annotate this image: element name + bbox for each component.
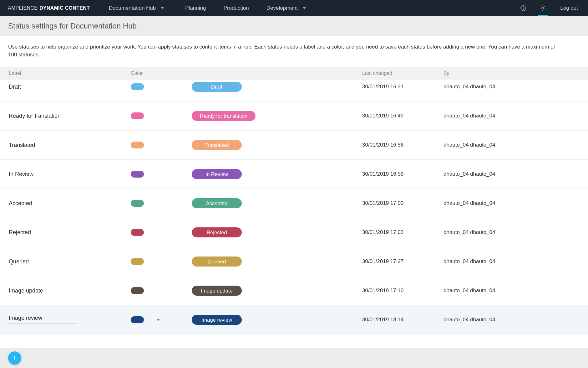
status-color-picker[interactable] [131,112,192,119]
status-label: Image update [9,288,131,294]
color-swatch [131,83,144,90]
brand-light: AMPLIENCE [8,5,38,11]
status-color-picker[interactable] [131,200,192,207]
status-chip: Rejected [192,227,242,237]
logout-link[interactable]: Log out [556,5,578,11]
nav-item-label: Development [266,5,298,11]
nav-item-label: Production [223,5,249,11]
top-nav: AMPLIENCEDYNAMIC CONTENT Documentation H… [0,0,588,16]
status-last-changed: 30/01/2019 16:56 [362,142,444,148]
caret-down-icon [303,7,306,9]
caret-down-icon [156,319,160,321]
status-table-body: DraftDraft30/01/2019 16:31dhauto_04 dhau… [0,80,588,343]
status-color-picker[interactable] [131,83,192,90]
settings-icon[interactable] [536,0,549,16]
color-swatch [131,287,144,294]
status-by: dhauto_04 dhauto_04 [444,258,588,265]
status-row[interactable]: TranslatedTranslated30/01/2019 16:56dhau… [0,131,588,160]
page-intro: Use statuses to help organize and priori… [0,36,569,67]
status-row[interactable]: AcceptedAccepted30/01/2019 17:00dhauto_0… [0,189,588,218]
nav-development[interactable]: Development [258,0,315,16]
status-by: dhauto_04 dhauto_04 [444,142,588,148]
status-color-picker[interactable] [131,171,192,178]
color-swatch [131,200,144,207]
status-label: Accepted [9,200,131,207]
hub-selector-label: Documentation Hub [109,5,156,11]
help-icon[interactable] [517,0,530,16]
color-swatch [131,142,144,148]
status-last-changed: 30/01/2019 17:27 [362,258,444,265]
nav-production[interactable]: Production [215,0,257,16]
status-label: Translated [9,142,131,148]
svg-point-1 [523,9,524,10]
status-last-changed: 30/01/2019 16:31 [362,84,444,90]
status-last-changed: 30/01/2019 16:59 [362,171,444,177]
status-by: dhauto_04 dhauto_04 [444,200,588,206]
status-color-picker[interactable] [131,316,192,323]
caret-down-icon [161,7,164,9]
brand[interactable]: AMPLIENCEDYNAMIC CONTENT [0,0,100,16]
color-swatch [131,112,144,119]
status-row[interactable]: RejectedRejected30/01/2019 17:03dhauto_0… [0,218,588,247]
status-chip: Image update [192,286,242,296]
color-swatch [131,316,144,323]
status-row[interactable]: QueriedQueried30/01/2019 17:27dhauto_04 … [0,247,588,276]
status-label: In Review [9,171,131,178]
nav-item-label: Planning [185,5,206,11]
status-row[interactable]: In ReviewIn Review30/01/2019 16:59dhauto… [0,160,588,189]
status-last-changed: 30/01/2019 17:00 [362,200,444,206]
col-last: Last changed [362,70,444,76]
color-swatch [131,171,144,178]
status-by: dhauto_04 dhauto_04 [444,171,588,177]
status-label: Draft [9,84,131,90]
status-color-picker[interactable] [131,258,192,265]
status-by: dhauto_04 dhauto_04 [444,84,588,90]
status-last-changed: 30/01/2019 17:10 [362,288,444,294]
status-row[interactable]: Image updateImage update30/01/2019 17:10… [0,276,588,305]
table-header: Label Color Last changed By [0,67,588,80]
status-chip: Translated [192,140,242,150]
status-row[interactable]: DraftDraft30/01/2019 16:31dhauto_04 dhau… [0,80,588,101]
col-by: By [444,70,588,76]
status-label: Ready for translation [9,113,131,119]
col-color: Color [131,70,192,76]
status-color-picker[interactable] [131,287,192,294]
status-row[interactable]: Ready for translationReady for translati… [0,101,588,131]
status-by: dhauto_04 dhauto_04 [444,229,588,236]
status-last-changed: 30/01/2019 16:49 [362,113,444,119]
status-chip: Queried [192,257,242,267]
svg-point-2 [542,7,544,9]
footer-bar [0,348,588,368]
brand-bold: DYNAMIC CONTENT [39,5,90,11]
color-swatch [131,258,144,265]
status-last-changed: 30/01/2019 17:03 [362,229,444,236]
status-label: Queried [9,258,131,265]
status-by: dhauto_04 dhauto_04 [444,288,588,294]
status-label[interactable]: Image review [9,315,131,325]
add-status-button[interactable] [8,351,21,365]
page-title: Status settings for Documentation Hub [0,16,588,36]
status-chip: Draft [192,82,242,92]
hub-selector[interactable]: Documentation Hub [100,0,176,16]
status-by: dhauto_04 dhauto_04 [444,113,588,119]
status-color-picker[interactable] [131,229,192,236]
status-last-changed: 30/01/2019 18:14 [362,317,444,323]
nav-planning[interactable]: Planning [176,0,215,16]
status-chip: Ready for translation [192,111,256,121]
status-chip: In Review [192,169,242,179]
status-chip: Image review [192,315,242,325]
color-swatch [131,229,144,236]
col-label: Label [9,70,131,76]
status-label: Rejected [9,229,131,236]
status-row[interactable]: Image reviewImage review30/01/2019 18:14… [0,305,588,334]
status-chip: Accepted [192,198,242,208]
status-color-picker[interactable] [131,142,192,148]
status-by: dhauto_04 dhauto_04 [444,317,588,323]
